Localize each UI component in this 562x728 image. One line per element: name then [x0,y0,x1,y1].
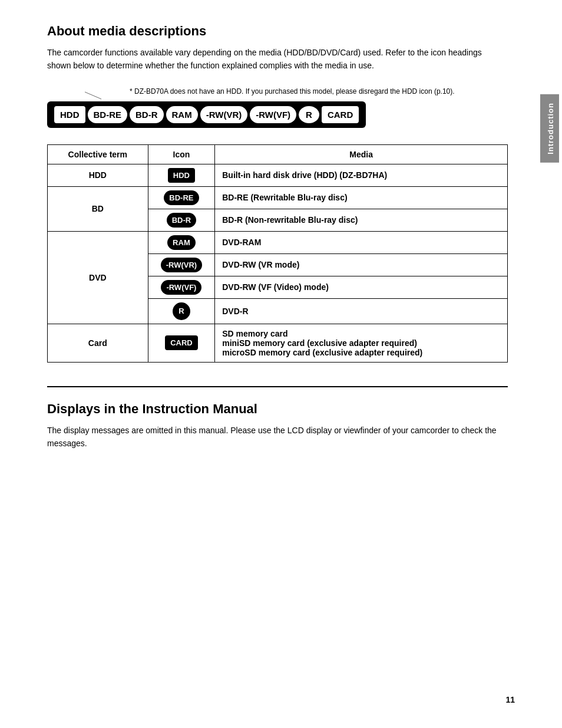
cell-icon-bdre: BD-RE [148,186,215,209]
cell-collective-dvd: DVD [48,231,148,324]
cell-icon-r: R [148,298,215,324]
strip-icon-bdre: BD-RE [88,106,128,123]
svg-line-0 [85,92,101,99]
sidebar: Introduction [537,0,562,728]
cell-media-rwvf: DVD-RW (VF (Video) mode) [215,276,508,298]
strip-icon-bdr: BD-R [130,106,164,123]
cell-collective-card: Card [48,324,148,362]
tbl-icon-bdr: BD-R [167,213,197,228]
media-table: Collective term Icon Media HDD HDD Built… [47,144,508,363]
tbl-icon-hdd: HDD [168,168,195,183]
strip-icon-r: R [299,106,319,123]
about-title: About media descriptions [47,24,508,39]
strip-icon-card: CARD [322,106,359,123]
footnote-arrow-svg [82,87,130,104]
tbl-icon-card: CARD [165,335,198,350]
strip-icon-rwvr: -RW(VR) [200,106,248,123]
icons-strip: HDD BD-RE BD-R RAM -RW(VR) -RW(VF) R CAR… [47,101,366,128]
page-number: 11 [505,695,515,704]
tbl-icon-rwvf: -RW(VF) [161,280,201,295]
col-header-icon: Icon [148,144,215,164]
col-header-collective: Collective term [48,144,148,164]
about-intro: The camcorder functions available vary d… [47,46,508,73]
displays-intro: The display messages are omitted in this… [47,424,508,450]
cell-media-hdd: Built-in hard disk drive (HDD) (DZ-BD7HA… [215,164,508,186]
footnote-line: * DZ-BD70A does not have an HDD. If you … [47,87,508,97]
cell-icon-bdr: BD-R [148,209,215,231]
cell-media-rwvr: DVD-RW (VR mode) [215,253,508,276]
cell-collective-hdd: HDD [48,164,148,186]
cell-media-ram: DVD-RAM [215,231,508,253]
tbl-icon-rwvr: -RW(VR) [161,258,202,272]
table-row: DVD RAM DVD-RAM [48,231,508,253]
cell-icon-ram: RAM [148,231,215,253]
cell-icon-rwvf: -RW(VF) [148,276,215,298]
section-divider [47,386,508,387]
strip-icon-ram: RAM [166,106,198,123]
cell-media-bdre: BD-RE (Rewritable Blu-ray disc) [215,186,508,209]
sidebar-tab: Introduction [540,94,559,163]
tbl-icon-bdre: BD-RE [164,190,199,205]
table-row: BD BD-RE BD-RE (Rewritable Blu-ray disc) [48,186,508,209]
icon-area: * DZ-BD70A does not have an HDD. If you … [47,87,508,128]
cell-icon-hdd: HDD [148,164,215,186]
tbl-icon-ram: RAM [167,235,196,250]
footnote-text: * DZ-BD70A does not have an HDD. If you … [130,87,455,97]
cell-media-card: SD memory card miniSD memory card (exclu… [215,324,508,362]
strip-icon-hdd: HDD [54,106,85,123]
cell-media-bdr: BD-R (Non-rewritable Blu-ray disc) [215,209,508,231]
tbl-icon-r: R [173,302,190,320]
table-row: Card CARD SD memory card miniSD memory c… [48,324,508,362]
cell-collective-bd: BD [48,186,148,231]
col-header-media: Media [215,144,508,164]
cell-media-r: DVD-R [215,298,508,324]
cell-icon-rwvr: -RW(VR) [148,253,215,276]
strip-icon-rwvf: -RW(VF) [250,106,296,123]
table-row: HDD HDD Built-in hard disk drive (HDD) (… [48,164,508,186]
displays-section: Displays in the Instruction Manual The d… [47,386,508,450]
displays-title: Displays in the Instruction Manual [47,401,508,417]
cell-icon-card: CARD [148,324,215,362]
